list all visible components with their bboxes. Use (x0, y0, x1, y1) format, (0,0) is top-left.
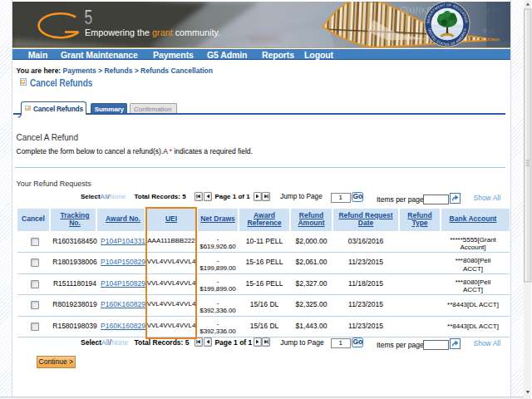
svg-text:Empowering the grant community: Empowering the grant community. (85, 27, 220, 37)
svg-text:5: 5 (85, 7, 93, 28)
